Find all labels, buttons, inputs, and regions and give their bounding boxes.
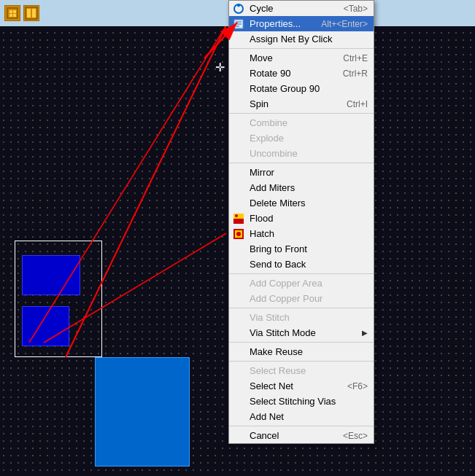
menu-item-label-properties: Properties...: [250, 18, 312, 29]
menu-separator-8: [229, 113, 374, 114]
menu-item-shortcut-move: Ctrl+E: [343, 53, 368, 63]
menu-item-shortcut-cycle: <Tab>: [344, 4, 368, 14]
menu-item-label-add-miters: Add Miters: [250, 182, 368, 193]
menu-item-label-cancel: Cancel: [250, 430, 334, 441]
svg-rect-7: [13, 14, 16, 17]
menu-item-spin[interactable]: SpinCtrl+I: [229, 96, 374, 112]
menu-item-add-copper-area: Add Copper Area: [229, 276, 374, 291]
menu-item-rotate90[interactable]: Rotate 90Ctrl+R: [229, 66, 374, 81]
submenu-arrow-icon: ▶: [362, 329, 368, 337]
context-menu: Cycle<Tab>Properties...Alt+<Enter>Assign…: [228, 0, 374, 444]
menu-item-label-spin: Spin: [250, 98, 338, 109]
menu-item-label-bring-to-front: Bring to Front: [250, 243, 368, 254]
menu-item-label-rotate90: Rotate 90: [250, 68, 334, 79]
menu-item-rotate-group[interactable]: Rotate Group 90: [229, 81, 374, 96]
menu-item-cycle[interactable]: Cycle<Tab>: [229, 1, 374, 16]
menu-item-label-via-stitch-mode: Via Stitch Mode: [250, 327, 362, 338]
menu-item-label-explode: Explode: [250, 133, 368, 144]
svg-rect-6: [9, 14, 12, 17]
menu-item-select-reuse: Select Reuse: [229, 363, 374, 378]
menu-item-cancel[interactable]: Cancel<Esc>: [229, 428, 374, 443]
menu-item-combine: Combine: [229, 115, 374, 130]
menu-separator-23: [229, 308, 374, 308]
svg-point-21: [236, 232, 241, 236]
menu-item-label-combine: Combine: [250, 117, 368, 128]
menu-item-label-move: Move: [250, 52, 334, 63]
menu-item-delete-miters[interactable]: Delete Miters: [229, 195, 374, 211]
toolbar-button-2[interactable]: [23, 5, 39, 21]
svg-point-18: [235, 214, 238, 217]
menu-item-via-stitch: Via Stitch: [229, 310, 374, 325]
menu-item-move[interactable]: MoveCtrl+E: [229, 50, 374, 66]
menu-item-add-net[interactable]: Add Net: [229, 409, 374, 424]
menu-item-label-select-net: Select Net: [250, 381, 339, 391]
menu-item-properties[interactable]: Properties...Alt+<Enter>: [229, 16, 374, 31]
menu-item-label-delete-miters: Delete Miters: [250, 198, 368, 208]
menu-separator-33: [229, 426, 374, 426]
menu-item-label-add-copper-area: Add Copper Area: [250, 278, 368, 289]
menu-item-label-flood: Flood: [250, 213, 368, 224]
menu-separator-20: [229, 273, 374, 274]
menu-item-shortcut-spin: Ctrl+I: [347, 99, 368, 109]
svg-rect-10: [32, 9, 36, 17]
menu-item-send-to-back[interactable]: Send to Back: [229, 257, 374, 272]
svg-rect-4: [9, 10, 12, 13]
menu-item-assign-net[interactable]: Assign Net By Click: [229, 31, 374, 47]
menu-item-select-stitching-vias[interactable]: Select Stitching Vias: [229, 394, 374, 409]
menu-item-label-add-net: Add Net: [250, 411, 368, 422]
menu-item-label-mirror: Mirror: [250, 167, 368, 178]
menu-item-uncombine: Uncombine: [229, 146, 374, 161]
svg-rect-16: [233, 219, 244, 224]
pcb-shape-3: [95, 357, 190, 467]
hatch-icon: [232, 227, 245, 241]
menu-item-label-select-stitching-vias: Select Stitching Vias: [250, 396, 368, 407]
move-cursor-icon: ✛: [215, 61, 225, 74]
menu-separator-28: [229, 361, 374, 362]
menu-item-label-add-copper-pour: Add Copper Pour: [250, 293, 368, 304]
menu-item-hatch[interactable]: Hatch: [229, 226, 374, 241]
menu-item-add-miters[interactable]: Add Miters: [229, 180, 374, 195]
cycle-icon: [232, 2, 245, 15]
menu-item-select-net[interactable]: Select Net<F6>: [229, 378, 374, 394]
menu-item-label-via-stitch: Via Stitch: [250, 312, 368, 323]
menu-separator-12: [229, 163, 374, 163]
menu-item-label-cycle: Cycle: [250, 3, 335, 14]
properties-icon: [232, 17, 245, 31]
menu-item-label-assign-net: Assign Net By Click: [250, 34, 368, 44]
menu-item-shortcut-properties: Alt+<Enter>: [321, 19, 368, 29]
menu-item-flood[interactable]: Flood: [229, 211, 374, 226]
menu-item-make-reuse[interactable]: Make Reuse: [229, 344, 374, 359]
menu-item-shortcut-rotate90: Ctrl+R: [343, 69, 368, 79]
menu-item-bring-to-front[interactable]: Bring to Front: [229, 241, 374, 257]
menu-item-label-make-reuse: Make Reuse: [250, 346, 368, 357]
menu-item-shortcut-select-net: <F6>: [347, 381, 368, 391]
menu-item-label-send-to-back: Send to Back: [250, 259, 368, 270]
flood-icon: [232, 212, 245, 225]
toolbar-button-1[interactable]: [4, 5, 20, 21]
pcb-outline-rect: [15, 241, 102, 357]
menu-item-via-stitch-mode[interactable]: Via Stitch Mode▶: [229, 325, 374, 340]
menu-separator-26: [229, 342, 374, 343]
menu-separator-3: [229, 48, 374, 49]
menu-item-label-rotate-group: Rotate Group 90: [250, 83, 368, 94]
menu-item-add-copper-pour: Add Copper Pour: [229, 291, 374, 306]
svg-rect-5: [13, 10, 16, 13]
svg-rect-9: [27, 9, 31, 17]
menu-item-label-hatch: Hatch: [250, 228, 368, 239]
menu-item-label-select-reuse: Select Reuse: [250, 365, 368, 376]
menu-item-mirror[interactable]: Mirror: [229, 165, 374, 180]
menu-item-explode: Explode: [229, 130, 374, 146]
menu-item-label-uncombine: Uncombine: [250, 148, 368, 159]
menu-item-shortcut-cancel: <Esc>: [343, 431, 368, 441]
